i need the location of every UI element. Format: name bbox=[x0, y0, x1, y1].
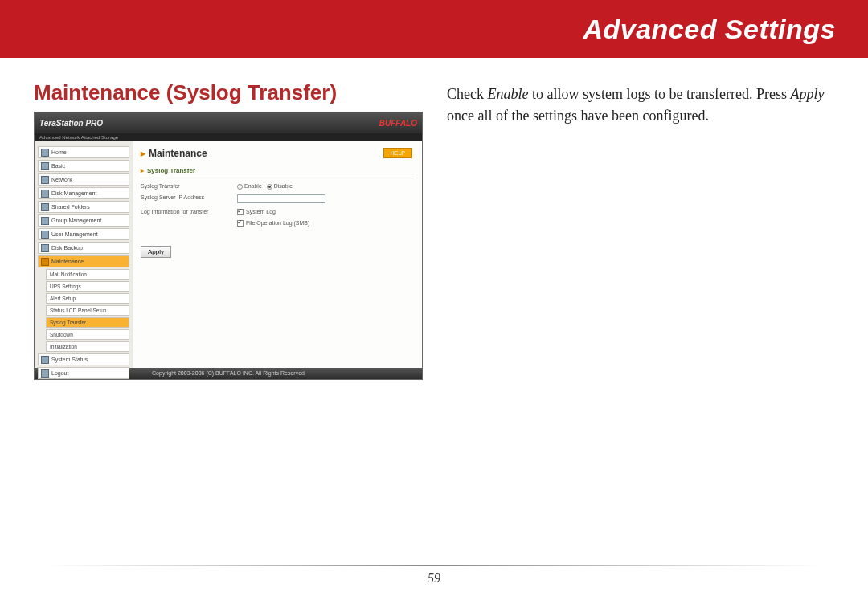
row-log-info: Log Information for transfer System Log bbox=[141, 209, 414, 215]
radio-enable-label: Enable bbox=[244, 183, 262, 189]
sidebar-item-system-status[interactable]: System Status bbox=[38, 353, 129, 365]
sidebar-item-label: Network bbox=[51, 177, 72, 182]
nav-icon bbox=[41, 244, 49, 252]
subnav-shutdown[interactable]: Shutdown bbox=[46, 329, 129, 340]
nav-icon bbox=[41, 176, 49, 184]
row-label-empty bbox=[141, 220, 237, 227]
ss-main: Maintenance HELP Syslog Transfer Syslog … bbox=[133, 141, 422, 368]
row-value: System Log bbox=[237, 209, 414, 215]
subnav-initialization[interactable]: Initialization bbox=[46, 341, 129, 352]
radio-disable-label: Disable bbox=[274, 183, 293, 189]
sidebar-item-label: Logout bbox=[51, 370, 68, 376]
sidebar-item-disk-management[interactable]: Disk Management bbox=[38, 187, 129, 199]
nav-icon bbox=[41, 190, 49, 198]
footer-rule bbox=[48, 565, 820, 566]
sidebar-item-label: Group Management bbox=[51, 218, 101, 223]
sidebar-item-shared-folders[interactable]: Shared Folders bbox=[38, 201, 129, 213]
sidebar-item-label: Basic bbox=[51, 163, 65, 169]
row-label: Syslog Transfer bbox=[141, 183, 237, 190]
help-button[interactable]: HELP bbox=[383, 148, 412, 158]
nav-icon bbox=[41, 162, 49, 170]
checkbox-system-log[interactable] bbox=[237, 209, 244, 215]
row-value: Enable Disable bbox=[237, 183, 414, 190]
subnav-alert-setup[interactable]: Alert Setup bbox=[46, 293, 129, 304]
text-part: to allow system logs to be transferred. … bbox=[528, 86, 790, 102]
radio-disable[interactable] bbox=[267, 184, 272, 190]
row-syslog-server-ip: Syslog Server IP Address bbox=[141, 194, 414, 204]
nav-icon bbox=[41, 231, 49, 239]
row-log-info-2: File Operation Log (SMB) bbox=[141, 220, 414, 227]
row-value bbox=[237, 194, 414, 204]
section-title: Maintenance (Syslog Transfer) bbox=[34, 80, 420, 105]
subnav-status-lcd-panel-setup[interactable]: Status LCD Panel Setup bbox=[46, 305, 129, 316]
subnav-syslog-transfer[interactable]: Syslog Transfer bbox=[46, 317, 129, 328]
sidebar-item-label: Maintenance bbox=[51, 259, 84, 264]
nav-icon bbox=[41, 149, 49, 157]
ss-tagline: Advanced Network Attached Storage bbox=[35, 133, 422, 141]
sidebar-item-logout[interactable]: Logout bbox=[38, 367, 129, 379]
brand-logo: BUFFALO bbox=[379, 119, 417, 128]
nav-icon bbox=[41, 356, 49, 364]
sidebar-item-user-management[interactable]: User Management bbox=[38, 228, 129, 240]
sidebar-item-label: Shared Folders bbox=[51, 204, 90, 210]
content: Maintenance (Syslog Transfer) TeraStatio… bbox=[0, 58, 868, 380]
sidebar-item-home[interactable]: Home bbox=[38, 146, 129, 158]
row-syslog-transfer: Syslog Transfer Enable Disable bbox=[141, 183, 414, 190]
sidebar-item-basic[interactable]: Basic bbox=[38, 160, 129, 172]
sidebar-item-disk-backup[interactable]: Disk Backup bbox=[38, 242, 129, 254]
sidebar-item-label: User Management bbox=[51, 231, 98, 237]
checkbox-file-op-log-label: File Operation Log (SMB) bbox=[246, 220, 309, 226]
checkbox-system-log-label: System Log bbox=[246, 209, 276, 214]
nav-icon bbox=[41, 369, 49, 378]
page-number: 59 bbox=[0, 571, 868, 586]
nav-icon bbox=[41, 217, 49, 225]
admin-ui-screenshot: TeraStation PRO BUFFALO Advanced Network… bbox=[34, 112, 423, 380]
main-panel-title: Maintenance bbox=[141, 148, 414, 159]
syslog-server-ip-input[interactable] bbox=[237, 194, 326, 203]
subnav-mail-notification[interactable]: Mail Notification bbox=[46, 269, 129, 280]
sidebar-item-maintenance[interactable]: Maintenance bbox=[38, 255, 129, 267]
left-column: Maintenance (Syslog Transfer) TeraStatio… bbox=[34, 80, 420, 380]
page-footer: 59 bbox=[0, 565, 868, 586]
header-banner: Advanced Settings bbox=[0, 0, 868, 58]
nav-icon bbox=[41, 203, 49, 211]
text-part: once all of the settings have been confi… bbox=[447, 108, 709, 124]
emph-apply: Apply bbox=[790, 86, 824, 102]
sidebar-item-label: System Status bbox=[51, 357, 88, 362]
ss-header: TeraStation PRO BUFFALO bbox=[35, 112, 422, 133]
page-header: Advanced Settings bbox=[583, 14, 836, 45]
ss-body: Home Basic Network Disk Management Share… bbox=[35, 141, 422, 368]
nav-icon bbox=[41, 258, 49, 266]
radio-enable[interactable] bbox=[237, 184, 243, 190]
sidebar-item-label: Home bbox=[51, 149, 67, 155]
checkbox-file-op-log[interactable] bbox=[237, 220, 244, 227]
sidebar-item-network[interactable]: Network bbox=[38, 173, 129, 186]
sidebar-item-label: Disk Backup bbox=[51, 245, 83, 251]
row-value: File Operation Log (SMB) bbox=[237, 220, 414, 227]
subnav-ups-settings[interactable]: UPS Settings bbox=[46, 281, 129, 292]
divider bbox=[141, 178, 414, 178]
emph-enable: Enable bbox=[487, 86, 528, 102]
row-label: Log Information for transfer bbox=[141, 209, 237, 215]
subsection-title: Syslog Transfer bbox=[141, 167, 414, 174]
sidebar-item-label: Disk Management bbox=[51, 190, 96, 196]
apply-button[interactable]: Apply bbox=[141, 246, 171, 258]
product-logo: TeraStation PRO bbox=[39, 119, 103, 128]
row-label: Syslog Server IP Address bbox=[141, 194, 237, 204]
sidebar-item-group-management[interactable]: Group Management bbox=[38, 214, 129, 227]
instruction-text: Check Enable to allow system logs to be … bbox=[447, 80, 834, 380]
ss-sidebar: Home Basic Network Disk Management Share… bbox=[35, 141, 133, 368]
text-part: Check bbox=[447, 86, 487, 102]
